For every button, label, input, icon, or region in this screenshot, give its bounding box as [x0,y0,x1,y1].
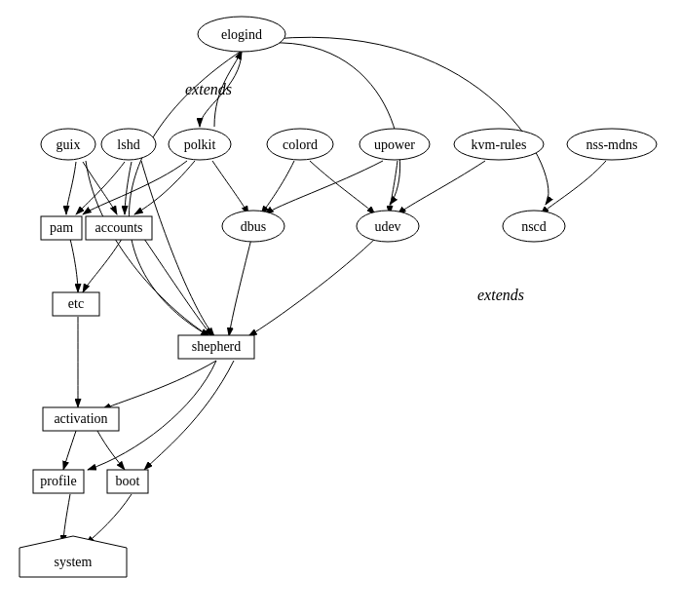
label-guix: guix [57,137,81,152]
label-kvm-rules: kvm-rules [472,137,527,152]
label-nss-mdns: nss-mdns [586,137,638,152]
label-shepherd: shepherd [192,339,242,354]
label-pam: pam [50,220,73,235]
label-accounts: accounts [95,220,143,235]
label-etc: etc [68,296,84,311]
label-system: system [55,555,93,569]
label-dbus: dbus [241,219,266,234]
label-lshd: lshd [117,137,139,152]
graph-container: extends extends elogind guix lshd polkit… [0,0,681,616]
label-udev: udev [374,219,400,234]
label-boot: boot [116,474,140,488]
label-upower: upower [374,137,415,152]
label-nscd: nscd [521,219,547,234]
label-profile: profile [40,474,76,488]
label-activation: activation [54,411,107,426]
extends-label-1: extends [185,81,232,97]
extends-label-2: extends [477,287,524,303]
label-colord: colord [283,137,318,152]
label-polkit: polkit [184,137,216,152]
label-elogind: elogind [221,27,262,42]
